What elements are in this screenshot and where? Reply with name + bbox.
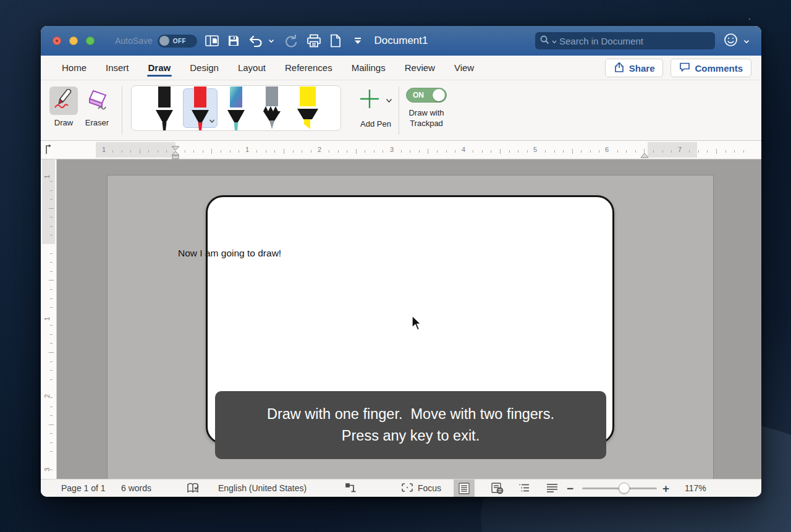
ruler-tick bbox=[365, 150, 365, 153]
search-box[interactable] bbox=[535, 32, 715, 49]
ruler-tick bbox=[743, 150, 744, 153]
zoom-slider-thumb[interactable] bbox=[619, 483, 630, 494]
minimize-button[interactable] bbox=[69, 36, 78, 45]
tab-layout[interactable]: Layout bbox=[238, 56, 266, 80]
sidebar-panel-icon[interactable] bbox=[205, 35, 219, 47]
ruler-tick bbox=[374, 150, 374, 153]
tab-review[interactable]: Review bbox=[405, 56, 435, 80]
ruler-number: 3 bbox=[390, 146, 394, 153]
ruler-tick bbox=[50, 433, 53, 434]
trackpad-label-line2: Trackpad bbox=[410, 118, 443, 129]
web-layout-view-button[interactable] bbox=[487, 479, 508, 497]
galaxy-pen[interactable] bbox=[219, 88, 253, 128]
draw-tool-button[interactable]: Draw bbox=[48, 87, 79, 127]
ruler-tick bbox=[266, 150, 266, 153]
save-icon[interactable] bbox=[227, 35, 240, 47]
ruler-number: 1 bbox=[102, 146, 106, 153]
ruler-tick bbox=[329, 150, 329, 153]
desktop-star bbox=[749, 19, 750, 20]
ruler-tick bbox=[671, 150, 672, 153]
ruler-tick bbox=[50, 343, 53, 344]
tab-mailings[interactable]: Mailings bbox=[352, 56, 386, 80]
add-pen-label: Add Pen bbox=[360, 119, 391, 129]
ruler-number: 2 bbox=[43, 394, 51, 398]
pen-options-chevron-icon[interactable] bbox=[209, 115, 215, 126]
ruler-tick bbox=[230, 150, 231, 153]
zoom-window-button[interactable] bbox=[86, 36, 95, 45]
tab-draw[interactable]: Draw bbox=[148, 56, 171, 80]
ruler-tick bbox=[50, 217, 53, 217]
zoom-out-button[interactable]: − bbox=[567, 479, 573, 497]
eraser-tool-button[interactable]: Eraser bbox=[82, 87, 112, 127]
add-pen-button[interactable]: Add Pen bbox=[353, 87, 399, 129]
gray-pencil[interactable] bbox=[255, 88, 289, 128]
trackpad-toggle[interactable]: ON bbox=[406, 88, 447, 103]
yellow-highlighter[interactable] bbox=[290, 88, 325, 128]
overlay-line2: Press any key to exit. bbox=[342, 425, 480, 447]
ruler-tick bbox=[50, 235, 53, 235]
undo-icon[interactable] bbox=[248, 35, 264, 47]
ruler-number: 1 bbox=[43, 317, 51, 321]
ruler-tick bbox=[50, 415, 53, 416]
eraser-label: Eraser bbox=[85, 118, 109, 127]
tab-stop-selector-icon[interactable] bbox=[44, 144, 53, 158]
status-bar: Page 1 of 1 6 words English (United Stat… bbox=[41, 479, 761, 497]
track-changes-icon[interactable] bbox=[345, 479, 357, 497]
search-scope-chevron-icon[interactable] bbox=[552, 35, 557, 46]
ruler-tick bbox=[437, 150, 438, 153]
ruler-tick bbox=[193, 150, 194, 153]
tab-insert[interactable]: Insert bbox=[106, 56, 129, 80]
word-count[interactable]: 6 words bbox=[121, 479, 151, 497]
add-pen-chevron-icon[interactable] bbox=[386, 95, 392, 106]
tab-view[interactable]: View bbox=[454, 56, 474, 80]
draft-view-button[interactable] bbox=[541, 479, 562, 497]
ruler-tick bbox=[256, 150, 257, 153]
print-icon[interactable] bbox=[307, 34, 321, 48]
spellcheck-icon[interactable] bbox=[187, 479, 200, 497]
zoom-in-button[interactable]: + bbox=[662, 479, 669, 497]
search-input[interactable] bbox=[559, 36, 710, 46]
pen-gallery bbox=[131, 85, 341, 131]
draw-tool-label: Draw bbox=[54, 118, 73, 127]
ruler-tick bbox=[734, 150, 735, 153]
toolbar-overflow-icon[interactable] bbox=[353, 36, 362, 45]
page-indicator[interactable]: Page 1 of 1 bbox=[61, 479, 106, 497]
tab-references[interactable]: References bbox=[285, 56, 332, 80]
document-area: 1123 Now I am going to draw! Draw with o… bbox=[41, 159, 761, 479]
ruler-tick bbox=[617, 150, 618, 153]
tab-home[interactable]: Home bbox=[62, 56, 87, 80]
ruler-tick bbox=[112, 150, 113, 153]
print-layout-view-button[interactable] bbox=[454, 479, 475, 497]
focus-button[interactable]: Focus bbox=[401, 479, 441, 497]
outline-view-button[interactable] bbox=[514, 479, 535, 497]
undo-dropdown-icon[interactable] bbox=[268, 39, 274, 43]
ribbon-separator bbox=[399, 87, 399, 135]
language-indicator[interactable]: English (United States) bbox=[218, 479, 307, 497]
vertical-ruler[interactable]: 1123 bbox=[41, 159, 57, 479]
document-page[interactable]: Now I am going to draw! Draw with one fi… bbox=[107, 175, 714, 479]
share-button[interactable]: Share bbox=[605, 59, 664, 77]
autosave-toggle[interactable]: OFF bbox=[158, 35, 197, 48]
red-pen[interactable] bbox=[183, 88, 218, 128]
ruler-tick bbox=[599, 150, 599, 153]
ruler-tick bbox=[428, 149, 428, 154]
ruler-number: 4 bbox=[462, 146, 465, 153]
close-button[interactable] bbox=[53, 36, 61, 45]
ruler-tick bbox=[49, 280, 54, 281]
ruler-tick bbox=[662, 150, 663, 153]
black-pen[interactable] bbox=[147, 88, 182, 128]
ruler-tick bbox=[50, 298, 53, 299]
zoom-level[interactable]: 117% bbox=[685, 479, 706, 497]
ruler-tick bbox=[581, 150, 582, 153]
comments-label: Comments bbox=[695, 63, 743, 74]
ruler-tick bbox=[50, 190, 53, 191]
comments-button[interactable]: Comments bbox=[670, 59, 751, 77]
horizontal-ruler[interactable]: 11234567 bbox=[41, 141, 761, 159]
new-document-icon[interactable] bbox=[330, 34, 341, 48]
ruler-tick bbox=[185, 150, 185, 153]
ruler-tick bbox=[473, 150, 473, 153]
feedback-smiley-icon[interactable] bbox=[723, 32, 738, 50]
ruler-number: 7 bbox=[678, 146, 682, 153]
feedback-chevron-icon[interactable] bbox=[743, 35, 750, 46]
tab-design[interactable]: Design bbox=[190, 56, 219, 80]
